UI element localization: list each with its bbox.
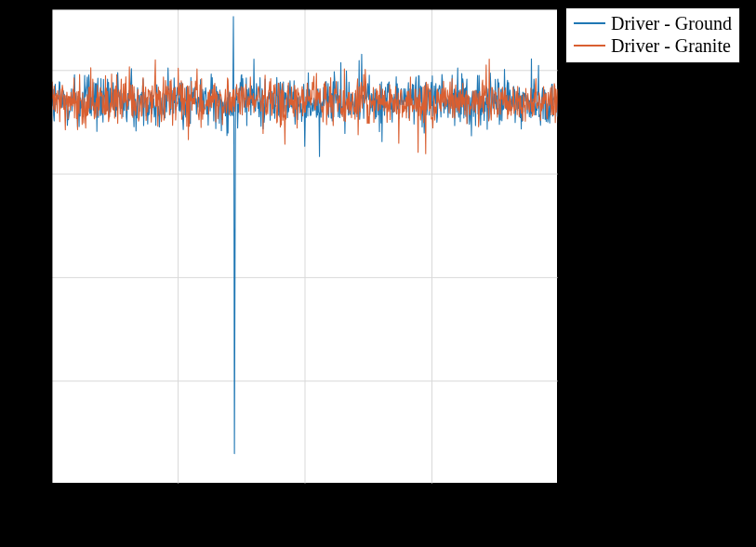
legend-swatch [574,22,605,24]
plot-area [50,7,558,484]
plot-svg [51,8,559,485]
legend: Driver - GroundDriver - Granite [565,7,740,63]
legend-item: Driver - Ground [574,12,732,34]
legend-label: Driver - Granite [611,34,731,57]
legend-swatch [574,45,605,47]
legend-item: Driver - Granite [574,34,732,57]
legend-label: Driver - Ground [611,12,732,34]
chart-figure: Driver - GroundDriver - Granite [0,0,756,547]
